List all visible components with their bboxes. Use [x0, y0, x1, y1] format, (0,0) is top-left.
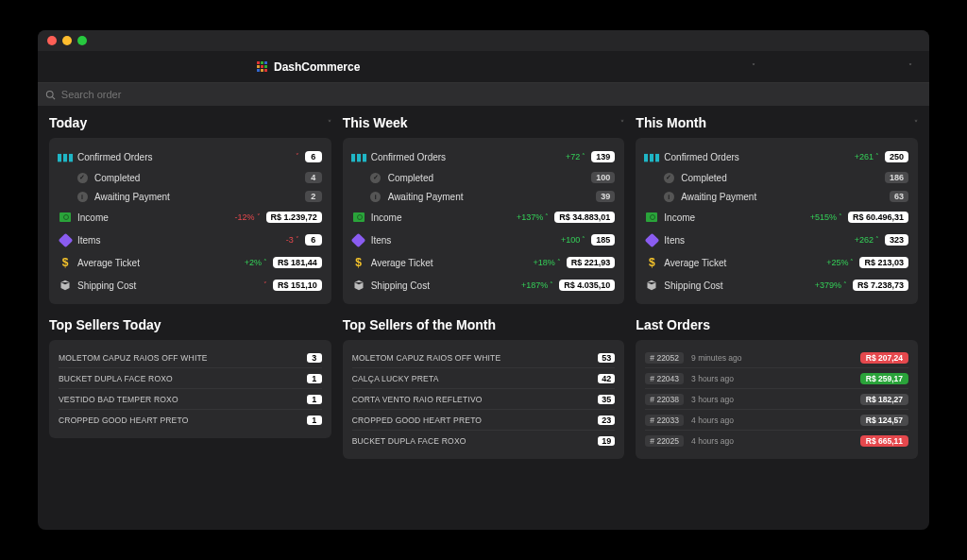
order-row[interactable]: # 22025 4 hours ago R$ 665,11	[645, 431, 908, 451]
stat-row: Items -3 ˅ 6	[59, 229, 322, 251]
seller-count: 1	[307, 395, 322, 404]
delta: -12% ˅	[235, 212, 261, 222]
brand-name: DashCommerce	[274, 60, 360, 74]
order-time: 4 hours ago	[691, 436, 734, 446]
dollar-icon: $	[645, 256, 658, 269]
seller-row[interactable]: MOLETOM CAPUZ RAIOS OFF WHITE 3	[59, 348, 322, 368]
stat-value: 63	[890, 191, 908, 202]
last-orders: Last Orders # 22052 9 minutes ago R$ 207…	[636, 317, 918, 459]
svg-line-1	[52, 96, 55, 99]
stat-label: Shipping Cost	[77, 280, 136, 291]
seller-row[interactable]: BUCKET DUPLA FACE ROXO 1	[59, 368, 322, 389]
order-id: # 22038	[645, 394, 684, 405]
stat-value: 250	[885, 151, 908, 162]
seller-row[interactable]: CROPPED GOOD HEART PRETO 23	[352, 410, 616, 431]
delta: ˅	[296, 153, 299, 161]
money-icon	[59, 211, 72, 224]
window-minimize-icon[interactable]	[62, 36, 72, 45]
content: Today ˅ ▮▮▮ Confirmed Orders ˅ 6 ✓ Compl…	[38, 106, 929, 530]
delta: +2% ˄	[245, 258, 267, 267]
stat-value: 186	[885, 172, 908, 183]
panel-month: This Month ˅ ▮▮▮ Confirmed Orders +261 ˄…	[636, 115, 918, 304]
stat-row: Itens +262 ˄ 323	[645, 229, 908, 251]
stat-subrow: ✓ Completed 186	[645, 168, 908, 187]
delta: ˅	[263, 281, 267, 289]
stat-row: ▮▮▮ Confirmed Orders +261 ˄ 250	[645, 145, 908, 168]
seller-row[interactable]: CALÇA LUCKY PRETA 42	[352, 368, 616, 389]
delta: +187% ˄	[521, 280, 553, 290]
stat-subrow: ✓ Completed 100	[352, 168, 616, 187]
topbar-dropdown-1[interactable]: ˅	[752, 62, 755, 71]
stat-value: R$ 60.496,31	[848, 212, 908, 223]
stat-label: Completed	[94, 173, 140, 183]
stat-subrow: ✓ Completed 4	[59, 168, 322, 187]
seller-name: MOLETOM CAPUZ RAIOS OFF WHITE	[59, 353, 208, 363]
seller-row[interactable]: CROPPED GOOD HEART PRETO 1	[59, 410, 322, 431]
stat-subrow: i Awaiting Payment 39	[352, 187, 616, 206]
order-row[interactable]: # 22052 9 minutes ago R$ 207,24	[645, 348, 908, 368]
stat-label: Confirmed Orders	[371, 152, 446, 162]
stat-label: Confirmed Orders	[77, 152, 152, 162]
clock-icon: i	[76, 190, 89, 203]
delta: +262 ˄	[855, 235, 879, 245]
clock-icon: i	[662, 190, 675, 203]
clock-icon: i	[369, 190, 382, 203]
check-circle-icon: ✓	[369, 171, 382, 184]
package-icon	[645, 279, 658, 292]
stat-label: Income	[664, 212, 695, 223]
order-time: 4 hours ago	[691, 416, 734, 425]
chevron-down-icon[interactable]: ˅	[620, 119, 624, 127]
order-row[interactable]: # 22038 3 hours ago R$ 182,27	[645, 389, 908, 410]
stat-label: Average Ticket	[664, 258, 726, 268]
order-id: # 22052	[645, 352, 684, 364]
window-zoom-icon[interactable]	[77, 36, 87, 45]
panel-week: This Week ˅ ▮▮▮ Confirmed Orders +72 ˄ 1…	[343, 115, 625, 304]
gem-icon	[59, 233, 72, 246]
stat-label: Awaiting Payment	[388, 192, 464, 202]
delta: +72 ˄	[566, 152, 585, 161]
stat-value: 100	[591, 172, 615, 183]
dollar-icon: $	[352, 256, 365, 269]
sellers-month-card: MOLETOM CAPUZ RAIOS OFF WHITE 53 CALÇA L…	[343, 340, 625, 459]
order-row[interactable]: # 22033 4 hours ago R$ 124,57	[645, 410, 908, 431]
topbar-dropdown-2[interactable]: ˅	[908, 62, 912, 71]
stat-value: R$ 151,10	[273, 280, 322, 291]
seller-count: 3	[307, 353, 322, 363]
sellers-today-card: MOLETOM CAPUZ RAIOS OFF WHITE 3 BUCKET D…	[49, 340, 331, 438]
money-icon	[352, 211, 365, 224]
search-input[interactable]	[61, 89, 922, 100]
gem-icon	[645, 233, 658, 246]
stat-label: Income	[371, 212, 402, 223]
seller-row[interactable]: BUCKET DUPLA FACE ROXO 19	[352, 431, 616, 451]
order-row[interactable]: # 22043 3 hours ago R$ 259,17	[645, 368, 908, 389]
order-id: # 22033	[645, 415, 684, 426]
stat-row: $ Average Ticket +18% ˄ R$ 221,93	[352, 251, 616, 274]
chevron-down-icon[interactable]: ˅	[914, 119, 918, 127]
stat-label: Average Ticket	[77, 258, 140, 268]
order-time: 3 hours ago	[691, 374, 734, 383]
panel-month-title: This Month ˅	[636, 115, 918, 130]
stat-value: R$ 221,93	[567, 257, 616, 268]
stat-value: R$ 4.035,10	[559, 280, 615, 291]
bar-chart-icon: ▮▮▮	[645, 150, 658, 163]
delta: +515% ˄	[810, 212, 842, 222]
last-orders-card: # 22052 9 minutes ago R$ 207,24 # 22043 …	[636, 340, 918, 459]
seller-name: BUCKET DUPLA FACE ROXO	[59, 374, 173, 383]
seller-count: 19	[598, 436, 615, 446]
search-bar[interactable]	[38, 83, 929, 106]
stat-value: 139	[591, 151, 615, 162]
seller-count: 35	[598, 395, 615, 404]
seller-name: CORTA VENTO RAIO REFLETIVO	[352, 395, 483, 404]
window-close-icon[interactable]	[47, 36, 57, 45]
stat-value: 185	[591, 234, 615, 246]
seller-row[interactable]: MOLETOM CAPUZ RAIOS OFF WHITE 53	[352, 348, 616, 368]
stat-row: ▮▮▮ Confirmed Orders ˅ 6	[59, 145, 322, 168]
stat-value: 2	[305, 191, 322, 202]
seller-name: MOLETOM CAPUZ RAIOS OFF WHITE	[352, 353, 501, 363]
seller-row[interactable]: VESTIDO BAD TEMPER ROXO 1	[59, 389, 322, 410]
check-circle-icon: ✓	[662, 171, 675, 184]
order-price: R$ 259,17	[860, 373, 908, 384]
chevron-down-icon[interactable]: ˅	[328, 119, 331, 127]
seller-row[interactable]: CORTA VENTO RAIO REFLETIVO 35	[352, 389, 616, 410]
brand-logo-icon	[257, 61, 268, 73]
